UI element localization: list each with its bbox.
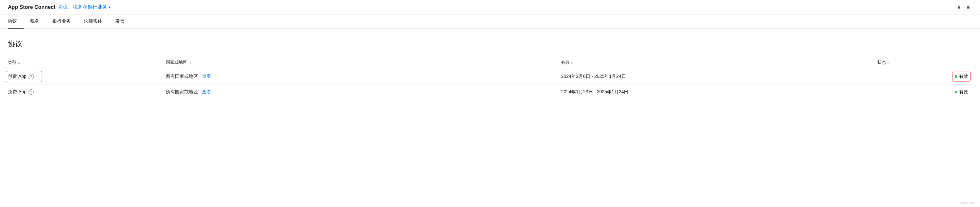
status-dot-paid <box>955 75 958 78</box>
view-link-free[interactable]: 查看 <box>202 89 211 94</box>
sort-icon-type: ◇ <box>18 61 20 64</box>
table-header-row: 类型 ◇ 国家或地区 ◇ 有效 ◇ <box>8 57 972 69</box>
view-link-paid[interactable]: 查看 <box>202 74 211 79</box>
sort-icon-country: ◇ <box>188 61 191 64</box>
table-row: 付费 App ? 所有国家或地区 查看 2024年2月6日 - 2025年1月2… <box>8 69 972 85</box>
help-icon-free[interactable]: ? <box>29 89 34 95</box>
cell-status-free: 有效 <box>877 85 972 100</box>
col-header-type: 类型 ◇ <box>8 57 166 69</box>
agreements-table: 类型 ◇ 国家或地区 ◇ 有效 ◇ <box>8 57 972 99</box>
top-header: App Store Connect 协议、税务和银行业务 ▾ ■ ■ <box>0 0 980 14</box>
cell-country-paid: 所有国家或地区 查看 <box>166 69 561 85</box>
tab-invoice[interactable]: 发票 <box>109 14 131 28</box>
nav-link[interactable]: 协议、税务和银行业务 ▾ <box>58 4 110 10</box>
cell-validity-free: 2024年1月23日 - 2025年1月24日 <box>561 85 877 100</box>
status-dot-free <box>955 91 958 93</box>
tab-agreements[interactable]: 协议 <box>8 14 24 28</box>
help-icon-paid[interactable]: ? <box>29 74 34 79</box>
header-right: ■ ■ <box>958 5 972 10</box>
tab-navigation: 协议 税务 银行业务 法律实体 发票 <box>0 14 980 29</box>
tab-tax[interactable]: 税务 <box>24 14 46 28</box>
cell-status-paid: 有效 <box>877 69 972 85</box>
table-row: 免费 App ? 所有国家或地区 查看 2024年1月23日 - 2025年1月… <box>8 85 972 100</box>
col-header-validity: 有效 ◇ <box>561 57 877 69</box>
chevron-down-icon: ▾ <box>108 5 110 10</box>
cell-country-free: 所有国家或地区 查看 <box>166 85 561 100</box>
header-left: App Store Connect 协议、税务和银行业务 ▾ <box>8 4 110 10</box>
cell-validity-paid: 2024年2月6日 - 2025年1月24日 <box>561 69 877 85</box>
main-content: 协议 类型 ◇ 国家或地区 ◇ 有效 <box>0 29 980 110</box>
status-badge-free: 有效 <box>955 89 968 95</box>
page-title: 协议 <box>8 39 972 49</box>
tab-legal-entity[interactable]: 法律实体 <box>77 14 109 28</box>
tab-banking[interactable]: 银行业务 <box>46 14 77 28</box>
cell-type-free: 免费 App ? <box>8 85 166 100</box>
col-header-status: 状态 ◇ <box>877 57 972 69</box>
header-icon-2[interactable]: ■ <box>967 5 972 10</box>
cell-type-paid: 付费 App ? <box>8 69 166 85</box>
header-icon-1[interactable]: ■ <box>958 5 963 10</box>
status-badge-paid: 有效 <box>955 74 968 80</box>
sort-icon-validity: ◇ <box>571 61 574 64</box>
app-title: App Store Connect <box>8 4 56 10</box>
col-header-country: 国家或地区 ◇ <box>166 57 561 69</box>
sort-icon-status: ◇ <box>887 61 890 64</box>
